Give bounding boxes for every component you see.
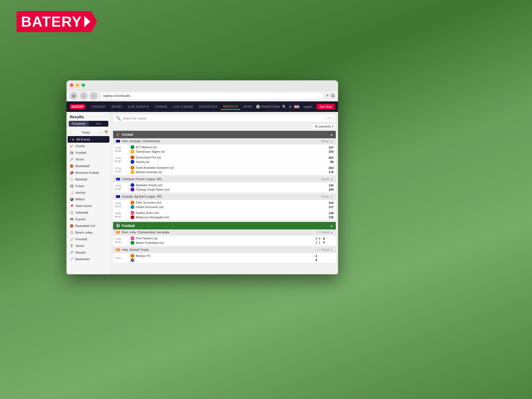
nav-live-events[interactable]: LIVE EVENTS xyxy=(126,104,151,109)
login-button[interactable]: Log In xyxy=(301,104,314,109)
football-team-logo-1 xyxy=(131,236,134,240)
browser-toolbar: ⊞ ‹ › batery.com/results + ⧉ xyxy=(66,90,338,101)
nav-apps[interactable]: APPS xyxy=(241,104,254,109)
match-score-3: 263 176 xyxy=(322,165,336,175)
results-panel: 🔍 — ✕ □ By popularity ▾ 🏏 Cric xyxy=(111,112,338,274)
tabs-icon[interactable]: ⊞ xyxy=(70,92,78,100)
f-s1-2: 0 xyxy=(319,237,321,240)
sidebar-item-futsal[interactable]: ⚽Futsal xyxy=(66,183,111,189)
search-icon-small: 🔍 xyxy=(116,116,121,121)
search-input[interactable] xyxy=(123,117,323,120)
football-match-row-2: Today Manipur FA ... 2 xyxy=(113,253,336,263)
team-row-4: Victoria (w) xyxy=(131,160,320,164)
search-expand-btn[interactable]: □ xyxy=(332,117,333,120)
sidebar-item-american-football[interactable]: 🏈American football xyxy=(66,169,111,176)
score-1-2: 150 xyxy=(329,150,334,153)
window-close-btn[interactable] xyxy=(70,83,73,87)
f-s2-1: 2 xyxy=(316,241,317,244)
window-maximize-btn[interactable] xyxy=(81,83,85,87)
back-button[interactable]: ‹ xyxy=(80,92,88,100)
nav-sport[interactable]: SPORT xyxy=(109,104,125,109)
join-button[interactable]: Join Now xyxy=(317,104,335,109)
football-team-name-4: ... xyxy=(136,259,138,262)
logo[interactable]: BATERY xyxy=(17,11,97,32)
league-chevron-1[interactable]: ▲ xyxy=(331,140,333,143)
sidebar-item-football[interactable]: ⚽Football xyxy=(66,149,111,156)
sidebar-icon-13: 🏐 xyxy=(70,231,74,234)
team-logo-5 xyxy=(131,166,134,170)
cricket-section-header[interactable]: 🏏 Cricket ▲ xyxy=(113,131,336,138)
header-right: PROMOTIONS 🔍 ⚙ Log In Join Now xyxy=(256,104,335,109)
sidebar-item-badminton[interactable]: 🏸Badminton xyxy=(66,256,111,262)
sidebar-item-tennis[interactable]: 🎾Tennis xyxy=(66,156,111,163)
site-logo-small[interactable]: BATERY xyxy=(70,104,86,109)
sidebar-item-volleyball[interactable]: 🏐Volleyball xyxy=(66,209,111,216)
calendar-icon[interactable]: 📅 xyxy=(104,131,108,134)
sidebar-item-esports[interactable]: 🎮Esports xyxy=(66,216,111,222)
main-content: Results Completed Live ‹ Today › 📅 ⊙ All… xyxy=(66,112,338,274)
nav-results[interactable]: RESULTS xyxy=(221,104,240,110)
tab-completed[interactable]: Completed xyxy=(69,121,89,127)
f-result1: 0 xyxy=(323,237,325,240)
sidebar-item-baseball[interactable]: ⚾Baseball xyxy=(66,176,111,183)
league-chevron-santosh[interactable]: ▲ xyxy=(331,249,333,251)
search-icon[interactable]: 🔍 xyxy=(282,105,287,109)
team-name-2: Tasmaniyan Tajgers (w) xyxy=(136,150,165,153)
sidebar-item-hockey[interactable]: 🏒Hockey xyxy=(66,189,111,196)
league-chevron-bigbash[interactable]: ▲ xyxy=(331,195,333,198)
league-chevron-india[interactable]: ▲ xyxy=(331,231,333,234)
sort-button[interactable]: By popularity ▾ xyxy=(312,124,336,129)
sidebar-item-all-events[interactable]: ⊙ All Events xyxy=(68,136,109,143)
current-date: Today xyxy=(73,131,99,134)
sidebar-item-basketball[interactable]: 🏀Basketball xyxy=(66,163,111,169)
team-logo-2 xyxy=(131,150,134,154)
nav-live-casino[interactable]: LIVE CASINO xyxy=(171,104,196,109)
sidebar-item-beach-volley[interactable]: 🏐Beach volley xyxy=(66,229,111,236)
next-date-btn[interactable]: › xyxy=(100,130,103,135)
promotions-btn[interactable]: PROMOTIONS xyxy=(256,105,280,109)
add-tab-icon[interactable]: + xyxy=(326,93,329,99)
sidebar-icon-12: 🏀 xyxy=(70,224,74,228)
sidebar-item-table-tennis[interactable]: 🏓Table tennis xyxy=(66,203,111,209)
nav-statistics[interactable]: STATISTICS xyxy=(197,104,220,109)
nav-casino[interactable]: CASINO xyxy=(152,104,169,109)
sidebar-item-squash[interactable]: 🎾Squash xyxy=(66,249,111,256)
football-section-chevron[interactable]: ▲ xyxy=(330,224,333,227)
tab-live[interactable]: Live xyxy=(89,121,109,127)
sidebar-item-cricket[interactable]: 🏏Cricket xyxy=(66,143,111,149)
prev-date-btn[interactable]: ‹ xyxy=(69,130,72,135)
league-name-carib: Caribbean Premier League. SRL xyxy=(122,178,162,181)
football-scores-2: 2 6 xyxy=(314,253,336,263)
result-label-1: Result xyxy=(321,140,329,143)
football-match-time-2: Today xyxy=(113,253,128,263)
search-controls: — ✕ □ xyxy=(324,117,333,120)
league-chevron-carib[interactable]: ▲ xyxy=(331,178,333,181)
sidebar-icon-14: 🏑 xyxy=(70,237,74,241)
sidebar-item-billiard[interactable]: 🎱Billiard xyxy=(66,196,111,203)
bigbash-flag xyxy=(116,195,120,198)
sidebar-item-floorball[interactable]: 🏑Floorball xyxy=(66,236,111,242)
window-minimize-btn[interactable] xyxy=(76,83,79,87)
score-1-1: 147 xyxy=(329,146,334,149)
match-clock-6: 06:50 xyxy=(115,215,126,218)
sidebar-item-basketball-3x3[interactable]: 🏀Basketball 3x3 xyxy=(66,222,111,229)
sidebar-icon-6: ⚽ xyxy=(70,184,74,188)
forward-button[interactable]: › xyxy=(90,92,98,100)
copy-icon[interactable]: ⧉ xyxy=(331,93,335,99)
address-bar[interactable]: batery.com/results xyxy=(100,92,324,100)
search-min-btn[interactable]: — xyxy=(324,117,327,120)
sidebar-item-sports[interactable]: 🏅Sports xyxy=(66,242,111,249)
match-score-2: 263 98 xyxy=(322,155,336,165)
nav-cricket[interactable]: CRICKET xyxy=(89,104,108,109)
football-section-header[interactable]: ⚽ Football ▲ xyxy=(113,222,336,229)
score-5-2: 127 xyxy=(329,205,334,209)
f-s1-1: 0 xyxy=(316,237,317,240)
india-flag-2 xyxy=(116,248,120,251)
search-close-btn[interactable]: ✕ xyxy=(328,117,331,120)
language-flag[interactable] xyxy=(294,105,299,108)
settings-icon[interactable]: ⚙ xyxy=(289,105,292,109)
league-name-bigbash: Australia. Big Bash League. SRL xyxy=(122,195,162,198)
site-logo-container: BATERY xyxy=(17,11,97,32)
cricket-section-chevron[interactable]: ▲ xyxy=(330,133,333,136)
sidebar-icon-17: 🏸 xyxy=(70,257,74,261)
